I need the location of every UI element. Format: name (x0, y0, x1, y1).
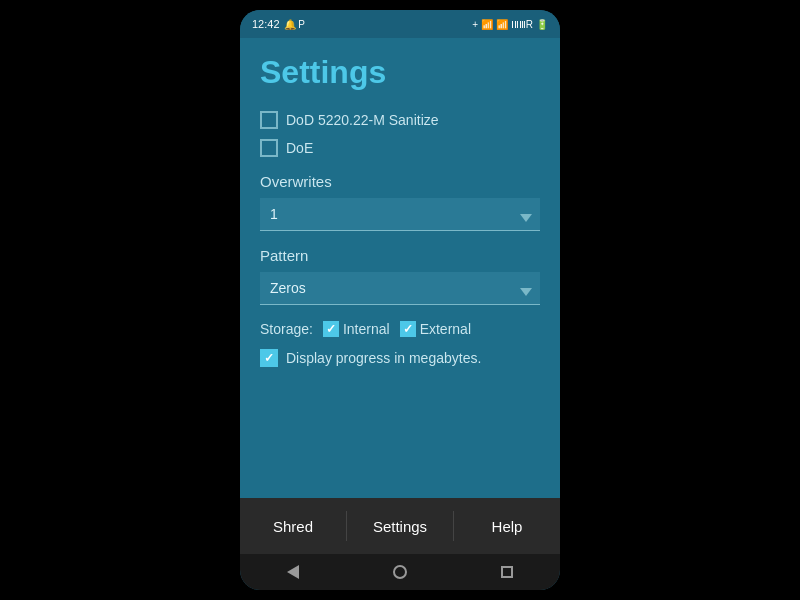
overwrites-value: 1 (270, 206, 278, 222)
display-progress-label: Display progress in megabytes. (286, 350, 481, 366)
nav-settings-label: Settings (373, 518, 427, 535)
pattern-label: Pattern (260, 247, 540, 264)
display-progress-row[interactable]: Display progress in megabytes. (260, 349, 540, 367)
nav-shred[interactable]: Shred (240, 498, 346, 554)
storage-label: Storage: (260, 321, 313, 337)
storage-row: Storage: Internal External (260, 321, 540, 337)
doe-checkbox-row[interactable]: DoE (260, 139, 540, 157)
overwrites-label: Overwrites (260, 173, 540, 190)
nav-shred-label: Shred (273, 518, 313, 535)
doe-label: DoE (286, 140, 313, 156)
external-label: External (420, 321, 471, 337)
recents-icon (501, 566, 513, 578)
bluetooth-icon: + 📶 (472, 19, 493, 30)
dod-checkbox[interactable] (260, 111, 278, 129)
internal-storage-item[interactable]: Internal (323, 321, 390, 337)
status-icons: + 📶 📶 ⅠⅡⅢR 🔋 (472, 19, 548, 30)
nav-settings[interactable]: Settings (347, 498, 453, 554)
display-progress-checkbox[interactable] (260, 349, 278, 367)
nav-help[interactable]: Help (454, 498, 560, 554)
bottom-nav: Shred Settings Help (240, 498, 560, 554)
battery-icon: 🔋 (536, 19, 548, 30)
overwrites-arrow-icon (520, 214, 532, 222)
recents-button[interactable] (501, 566, 513, 578)
doe-checkbox[interactable] (260, 139, 278, 157)
status-time: 12:42 🔔 P (252, 18, 305, 30)
main-content: Settings DoD 5220.22-M Sanitize DoE Over… (240, 38, 560, 498)
dod-label: DoD 5220.22-M Sanitize (286, 112, 439, 128)
internal-checkbox[interactable] (323, 321, 339, 337)
phone-frame: 12:42 🔔 P + 📶 📶 ⅠⅡⅢR 🔋 Settings DoD 5220… (240, 10, 560, 590)
overwrites-dropdown[interactable]: 1 (260, 198, 540, 231)
system-nav-bar (240, 554, 560, 590)
dod-checkbox-row[interactable]: DoD 5220.22-M Sanitize (260, 111, 540, 129)
internal-label: Internal (343, 321, 390, 337)
signal-icon: ⅠⅡⅢR (511, 19, 533, 30)
pattern-arrow-icon (520, 288, 532, 296)
page-title: Settings (260, 54, 540, 91)
external-checkbox[interactable] (400, 321, 416, 337)
status-bar: 12:42 🔔 P + 📶 📶 ⅠⅡⅢR 🔋 (240, 10, 560, 38)
home-button[interactable] (393, 565, 407, 579)
time-display: 12:42 (252, 18, 280, 30)
back-button[interactable] (287, 565, 299, 579)
pattern-dropdown[interactable]: Zeros (260, 272, 540, 305)
home-icon (393, 565, 407, 579)
notification-icons: 🔔 P (284, 19, 305, 30)
external-storage-item[interactable]: External (400, 321, 471, 337)
pattern-value: Zeros (270, 280, 306, 296)
back-icon (287, 565, 299, 579)
wifi-icon: 📶 (496, 19, 508, 30)
nav-help-label: Help (492, 518, 523, 535)
